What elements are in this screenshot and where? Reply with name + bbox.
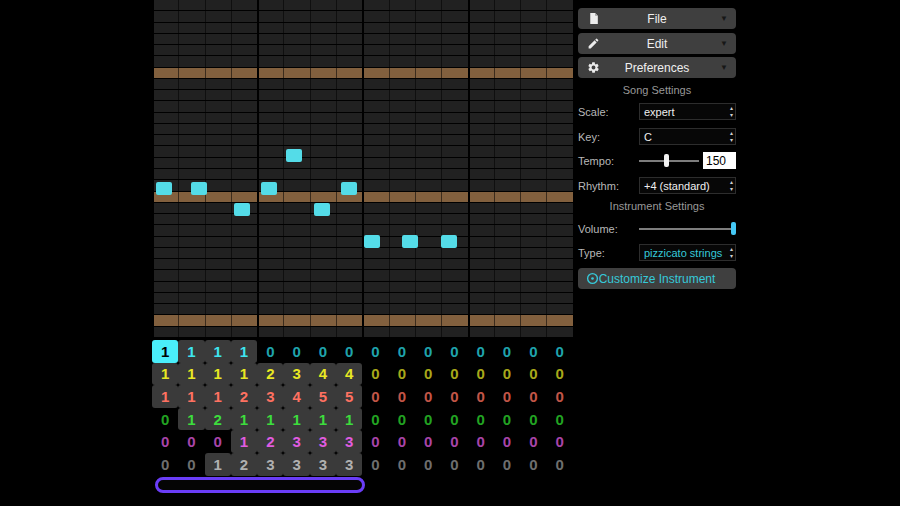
preferences-menu-button[interactable]: Preferences ▼ <box>578 57 736 78</box>
pattern-cell[interactable]: 0 <box>152 453 178 476</box>
pattern-cell[interactable]: 1 <box>231 340 257 363</box>
pattern-cell[interactable]: 0 <box>152 408 178 431</box>
pattern-cell[interactable]: 0 <box>205 430 231 453</box>
pattern-cell[interactable]: 2 <box>231 385 257 408</box>
pattern-cell[interactable]: 0 <box>468 363 494 386</box>
pattern-cell[interactable]: 2 <box>205 408 231 431</box>
pattern-cell[interactable]: 5 <box>310 385 336 408</box>
pattern-cell[interactable]: 0 <box>494 430 520 453</box>
pattern-cell[interactable]: 1 <box>257 408 283 431</box>
pattern-cell[interactable]: 0 <box>362 430 388 453</box>
pattern-cell[interactable]: 0 <box>520 430 546 453</box>
pattern-cell[interactable]: 0 <box>415 430 441 453</box>
pattern-cell[interactable]: 0 <box>310 340 336 363</box>
note[interactable] <box>441 235 457 248</box>
note[interactable] <box>364 235 380 248</box>
pattern-cell[interactable]: 0 <box>520 385 546 408</box>
pattern-cell[interactable]: 0 <box>362 363 388 386</box>
pattern-cell[interactable]: 0 <box>389 408 415 431</box>
pattern-cell[interactable]: 0 <box>389 453 415 476</box>
pattern-cell[interactable]: 3 <box>336 453 362 476</box>
pattern-cell[interactable]: 0 <box>546 340 572 363</box>
pattern-cell[interactable]: 1 <box>310 408 336 431</box>
pattern-cell[interactable]: 0 <box>441 430 467 453</box>
tempo-slider-thumb[interactable] <box>664 154 669 167</box>
pattern-cell[interactable]: 1 <box>231 430 257 453</box>
pattern-cell[interactable]: 0 <box>415 453 441 476</box>
pattern-cell[interactable]: 0 <box>468 340 494 363</box>
edit-menu-button[interactable]: Edit ▼ <box>578 33 736 54</box>
pattern-cell[interactable]: 5 <box>336 385 362 408</box>
pattern-cell[interactable]: 1 <box>178 385 204 408</box>
pattern-cell[interactable]: 3 <box>257 453 283 476</box>
pattern-cell[interactable]: 0 <box>415 385 441 408</box>
volume-slider-thumb[interactable] <box>731 222 736 235</box>
pattern-cell[interactable]: 0 <box>178 430 204 453</box>
pattern-cell[interactable]: 1 <box>178 340 204 363</box>
pattern-cell[interactable]: 0 <box>389 385 415 408</box>
pattern-cell[interactable]: 1 <box>152 340 178 363</box>
pattern-cell[interactable]: 0 <box>415 408 441 431</box>
pattern-cell[interactable]: 3 <box>310 430 336 453</box>
pattern-cell[interactable]: 1 <box>205 340 231 363</box>
pattern-cell[interactable]: 0 <box>441 453 467 476</box>
instrument-type-select[interactable]: pizzicato strings ▴▾ <box>639 244 736 261</box>
pattern-cell[interactable]: 0 <box>336 340 362 363</box>
pattern-cell[interactable]: 4 <box>310 363 336 386</box>
pattern-cell[interactable]: 0 <box>362 453 388 476</box>
pattern-cell[interactable]: 0 <box>468 453 494 476</box>
pattern-cell[interactable]: 0 <box>415 363 441 386</box>
pattern-cell[interactable]: 1 <box>283 408 309 431</box>
pattern-cell[interactable]: 0 <box>468 430 494 453</box>
note[interactable] <box>341 182 357 195</box>
pattern-cell[interactable]: 0 <box>520 363 546 386</box>
loop-bar[interactable] <box>155 477 365 493</box>
pattern-cell[interactable]: 0 <box>283 340 309 363</box>
pattern-cell[interactable]: 0 <box>415 340 441 363</box>
note[interactable] <box>234 203 250 216</box>
pattern-cell[interactable]: 1 <box>152 385 178 408</box>
volume-slider[interactable] <box>639 220 736 237</box>
pattern-cell[interactable]: 2 <box>257 363 283 386</box>
pattern-cell[interactable]: 0 <box>362 408 388 431</box>
pattern-cell[interactable]: 0 <box>468 385 494 408</box>
pattern-cell[interactable]: 0 <box>152 430 178 453</box>
pattern-cell[interactable]: 0 <box>494 385 520 408</box>
pattern-cell[interactable]: 0 <box>178 453 204 476</box>
note[interactable] <box>156 182 172 195</box>
pattern-cell[interactable]: 0 <box>468 408 494 431</box>
pattern-cell[interactable]: 0 <box>520 408 546 431</box>
pattern-cell[interactable]: 0 <box>494 340 520 363</box>
pattern-cell[interactable]: 1 <box>205 385 231 408</box>
tempo-slider[interactable] <box>639 152 699 169</box>
tempo-input[interactable]: 150 <box>703 152 736 169</box>
pattern-cell[interactable]: 0 <box>389 430 415 453</box>
pattern-cell[interactable]: 3 <box>310 453 336 476</box>
pattern-cell[interactable]: 0 <box>389 363 415 386</box>
key-select[interactable]: C ▴▾ <box>639 128 736 145</box>
pattern-cell[interactable]: 1 <box>178 408 204 431</box>
pattern-cell[interactable]: 0 <box>257 340 283 363</box>
pattern-cell[interactable]: 0 <box>546 430 572 453</box>
pattern-cell[interactable]: 1 <box>336 408 362 431</box>
pattern-cell[interactable]: 1 <box>205 453 231 476</box>
customize-instrument-button[interactable]: Customize Instrument <box>578 268 736 289</box>
pattern-cell[interactable]: 3 <box>283 453 309 476</box>
pattern-cell[interactable]: 0 <box>546 453 572 476</box>
pattern-cell[interactable]: 0 <box>362 340 388 363</box>
pattern-cell[interactable]: 0 <box>494 408 520 431</box>
scale-select[interactable]: expert ▴▾ <box>639 103 736 120</box>
note[interactable] <box>261 182 277 195</box>
pattern-cell[interactable]: 0 <box>441 340 467 363</box>
pattern-cell[interactable]: 1 <box>231 363 257 386</box>
note[interactable] <box>286 149 302 162</box>
pattern-cell[interactable]: 3 <box>283 363 309 386</box>
pattern-cell[interactable]: 4 <box>283 385 309 408</box>
pattern-cell[interactable]: 3 <box>283 430 309 453</box>
note[interactable] <box>314 203 330 216</box>
pattern-cell[interactable]: 2 <box>231 453 257 476</box>
pattern-cell[interactable]: 3 <box>257 385 283 408</box>
note[interactable] <box>191 182 207 195</box>
pattern-cell[interactable]: 1 <box>178 363 204 386</box>
pattern-cell[interactable]: 0 <box>546 385 572 408</box>
